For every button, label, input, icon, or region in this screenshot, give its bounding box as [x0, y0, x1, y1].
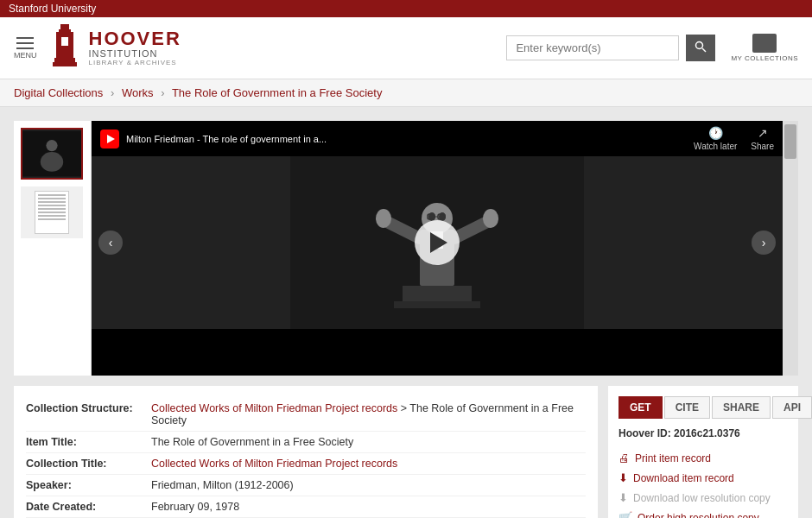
video-play-button[interactable] [415, 220, 460, 265]
metadata-value-item-title: The Role of Government in a Free Society [151, 436, 353, 448]
order-high-res-link[interactable]: 🛒 Order high resolution copy [619, 508, 788, 518]
metadata-label-item-title: Item Title: [26, 436, 151, 448]
thumbnail-document[interactable] [21, 186, 83, 238]
tab-get[interactable]: GET [619, 396, 663, 419]
download-lowres-label: Download low resolution copy [633, 492, 771, 504]
video-top-actions: 🕐 Watch later ↗ Share [694, 126, 774, 151]
svg-rect-13 [403, 286, 472, 303]
search-button[interactable] [686, 35, 715, 61]
thumbnails-panel [14, 121, 92, 376]
download-item-icon: ⬇ [619, 471, 628, 484]
metadata-label-speaker: Speaker: [26, 479, 151, 491]
metadata-label-collection-title: Collection Title: [26, 458, 151, 470]
hoover-id-label: Hoover ID: [619, 427, 671, 439]
hoover-id-value: 2016c21.0376 [674, 427, 740, 439]
video-title: Milton Friedman - The role of government… [126, 134, 687, 144]
metadata-value-collection-title: Collected Works of Milton Friedman Proje… [151, 458, 397, 470]
watch-later-label: Watch later [694, 142, 737, 151]
header: MENU HOOVER INSTITUTION LIBRARY & ARCHIV… [0, 17, 812, 79]
svg-rect-6 [60, 46, 70, 47]
share-label: Share [751, 142, 774, 151]
bottom-section: Collection Structure: Collected Works of… [14, 386, 798, 518]
svg-point-19 [483, 209, 498, 228]
watch-later-icon: 🕐 [694, 126, 737, 140]
search-input[interactable] [506, 35, 679, 60]
thumb-doc-preview [35, 191, 69, 234]
breadcrumb-current: The Role of Government in a Free Society [172, 86, 383, 99]
tab-api[interactable]: API [772, 396, 812, 419]
svg-line-8 [702, 48, 706, 52]
hamburger-icon [16, 37, 34, 49]
logo-sub: LIBRARY & ARCHIVES [89, 59, 181, 66]
yt-play-icon [107, 135, 115, 143]
stanford-bar-text: Stanford University [9, 3, 96, 15]
right-scrollbar[interactable] [783, 121, 798, 376]
logo-tower-icon [48, 24, 82, 72]
metadata-label-date-created: Date Created: [26, 501, 151, 513]
breadcrumb-works[interactable]: Works [122, 86, 154, 99]
download-lowres-icon: ⬇ [619, 491, 628, 504]
metadata-row: Item Title: The Role of Government in a … [26, 432, 586, 453]
video-next-button[interactable]: › [752, 231, 776, 255]
search-icon [695, 41, 707, 53]
logo-hoover: HOOVER [89, 29, 181, 48]
action-panel: GET CITE SHARE API Hoover ID: 2016c21.03… [608, 386, 798, 518]
my-collections-icon [752, 34, 777, 53]
svg-rect-0 [60, 24, 69, 29]
breadcrumb-separator-2: › [161, 86, 164, 99]
metadata-panel: Collection Structure: Collected Works of… [14, 386, 598, 518]
cart-highres-icon: 🛒 [619, 511, 632, 518]
svg-point-11 [41, 152, 63, 172]
download-item-record-link[interactable]: ⬇ Download item record [619, 468, 788, 488]
youtube-logo-icon [100, 130, 119, 148]
svg-point-10 [46, 140, 57, 151]
share-button[interactable]: ↗ Share [751, 126, 774, 151]
metadata-label-collection-structure: Collection Structure: [26, 402, 151, 426]
metadata-value-date-created: February 09, 1978 [151, 501, 239, 513]
video-player[interactable]: Milton Friedman - The role of government… [92, 121, 783, 376]
watch-later-button[interactable]: 🕐 Watch later [694, 126, 737, 151]
logo-institution: INSTITUTION [89, 48, 181, 59]
scrollbar-thumb [784, 124, 796, 159]
my-collections-label: MY COLLECTIONS [731, 54, 798, 62]
metadata-value-collection-structure: Collected Works of Milton Friedman Proje… [151, 402, 586, 426]
video-prev-button[interactable]: ‹ [98, 231, 123, 255]
metadata-row: Speaker: Friedman, Milton (1912-2006) [26, 475, 586, 496]
breadcrumb-separator-1: › [111, 86, 114, 99]
metadata-row: Date Created: February 09, 1978 [26, 496, 586, 518]
breadcrumb: Digital Collections › Works › The Role o… [0, 79, 812, 107]
download-item-label: Download item record [633, 472, 734, 484]
menu-button[interactable]: MENU [14, 37, 37, 60]
thumbnail-video[interactable] [21, 128, 83, 180]
share-icon: ↗ [751, 126, 774, 140]
hoover-id: Hoover ID: 2016c21.0376 [619, 427, 788, 439]
svg-rect-3 [54, 58, 75, 62]
tab-cite[interactable]: CITE [664, 396, 710, 419]
video-main-image: ‹ › [92, 156, 783, 329]
logo[interactable]: HOOVER INSTITUTION LIBRARY & ARCHIVES [48, 24, 181, 72]
metadata-row: Collection Title: Collected Works of Mil… [26, 453, 586, 475]
video-top-bar: Milton Friedman - The role of government… [92, 121, 783, 156]
menu-label: MENU [14, 51, 37, 60]
order-high-res-label: Order high resolution copy [638, 512, 759, 519]
play-triangle-icon [430, 232, 447, 253]
svg-rect-14 [394, 301, 480, 308]
logo-text: HOOVER INSTITUTION LIBRARY & ARCHIVES [89, 29, 181, 66]
svg-rect-4 [53, 62, 77, 66]
print-label: Print item record [635, 452, 711, 464]
metadata-link-collection-title[interactable]: Collected Works of Milton Friedman Proje… [151, 458, 397, 470]
svg-rect-1 [59, 29, 71, 32]
my-collections-button[interactable]: MY COLLECTIONS [731, 34, 798, 62]
print-item-record-link[interactable]: 🖨 Print item record [619, 448, 788, 468]
action-tabs: GET CITE SHARE API [619, 396, 788, 419]
print-icon: 🖨 [619, 452, 630, 464]
breadcrumb-digital-collections[interactable]: Digital Collections [14, 86, 103, 99]
thumb-video-preview [22, 130, 81, 178]
search-area: MY COLLECTIONS [506, 34, 798, 62]
stanford-bar: Stanford University [0, 0, 812, 17]
metadata-link-collection-structure[interactable]: Collected Works of Milton Friedman Proje… [151, 402, 397, 414]
main-content: Milton Friedman - The role of government… [0, 107, 812, 518]
header-left: MENU HOOVER INSTITUTION LIBRARY & ARCHIV… [14, 24, 181, 72]
svg-point-18 [376, 209, 391, 228]
tab-share[interactable]: SHARE [712, 396, 771, 419]
